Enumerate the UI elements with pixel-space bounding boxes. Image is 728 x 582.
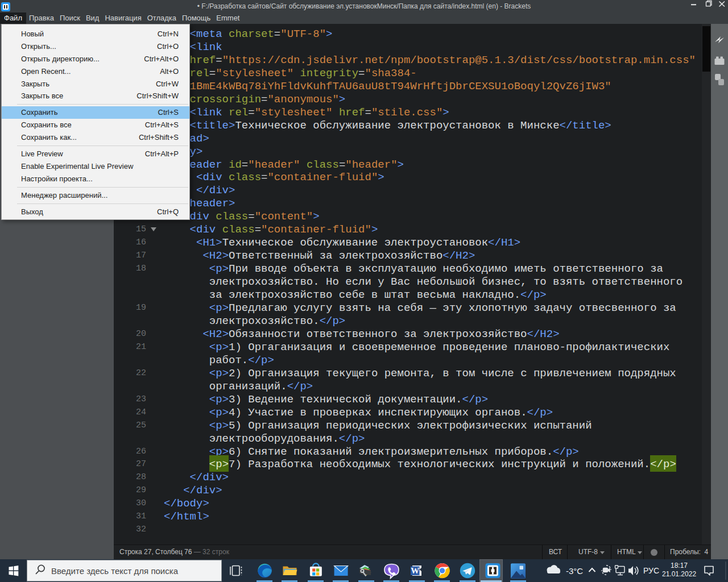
- svg-text:W: W: [411, 566, 419, 575]
